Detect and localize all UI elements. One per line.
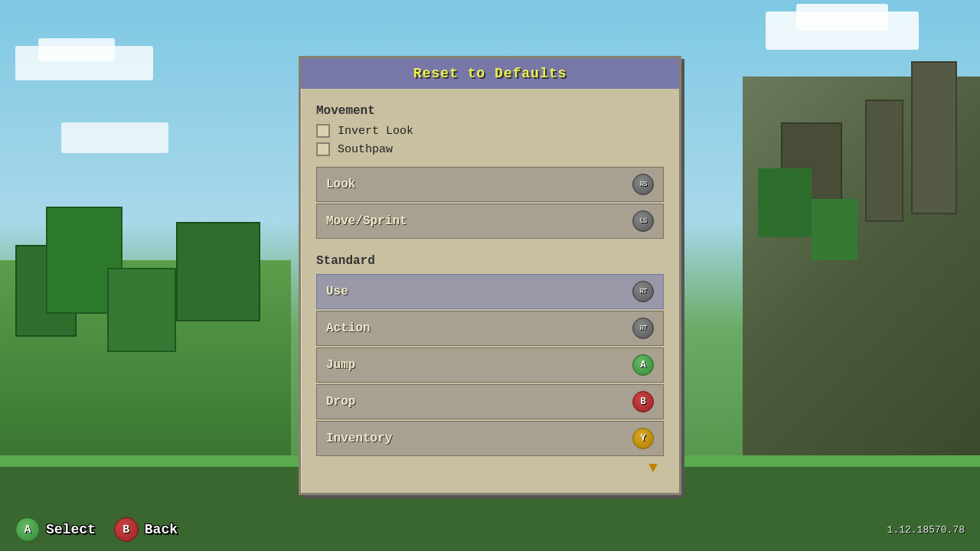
use-control-name: Use	[326, 285, 348, 298]
look-control-name: Look	[326, 178, 355, 191]
settings-dialog: Reset to Defaults Movement Invert Look S…	[299, 56, 681, 495]
back-label: Back	[145, 522, 178, 537]
dialog-title-text: Reset to Defaults	[413, 66, 567, 81]
drop-control-row[interactable]: Drop B	[316, 384, 664, 419]
cliff-tree-1	[758, 168, 812, 237]
back-circle-label: B	[122, 523, 129, 536]
inventory-button-label: Y	[640, 433, 645, 444]
scroll-down-arrow[interactable]: ▼	[648, 459, 658, 477]
cloud-3	[61, 122, 168, 153]
jump-control-name: Jump	[326, 358, 355, 372]
drop-button-label: B	[640, 396, 645, 407]
standard-section: Standard Use RT Action RT Jump A	[316, 254, 664, 456]
jump-control-row[interactable]: Jump A	[316, 347, 664, 383]
southpaw-checkbox[interactable]	[316, 142, 330, 156]
standard-section-label: Standard	[316, 254, 664, 268]
invert-look-label: Invert Look	[338, 125, 413, 138]
action-button-label: RT	[640, 324, 647, 332]
inventory-control-row[interactable]: Inventory Y	[316, 421, 664, 456]
cloud-1b	[796, 4, 888, 31]
dialog-title-bar[interactable]: Reset to Defaults	[301, 58, 679, 89]
select-label: Select	[46, 522, 96, 537]
use-control-row[interactable]: Use RT	[316, 274, 664, 309]
southpaw-row[interactable]: Southpaw	[316, 142, 664, 156]
action-control-name: Action	[326, 321, 371, 335]
scroll-arrow-container: ▼	[316, 458, 664, 478]
movement-section-label: Movement	[316, 104, 664, 118]
back-circle-icon: B	[114, 517, 139, 542]
tree-3	[107, 268, 176, 352]
look-button-label: RS	[640, 181, 647, 188]
look-button: RS	[632, 174, 654, 195]
southpaw-label: Southpaw	[338, 143, 393, 156]
select-bottom-btn[interactable]: A Select	[15, 517, 96, 542]
invert-look-checkbox[interactable]	[316, 124, 330, 138]
cliff-tree-2	[812, 199, 858, 260]
drop-button: B	[632, 391, 654, 412]
movement-section: Movement Invert Look Southpaw Look RS	[316, 104, 664, 239]
move-sprint-control-name: Move/Sprint	[326, 214, 407, 228]
jump-button: A	[632, 354, 654, 376]
castle-tower-1	[911, 61, 957, 214]
version-text: 1.12.18570.78	[887, 524, 965, 536]
drop-control-name: Drop	[326, 395, 355, 409]
use-button-label: RT	[640, 288, 647, 295]
select-circle-label: A	[24, 523, 31, 536]
use-button: RT	[632, 281, 654, 302]
invert-look-row[interactable]: Invert Look	[316, 124, 664, 138]
action-button: RT	[632, 318, 654, 339]
back-bottom-btn[interactable]: B Back	[114, 517, 178, 542]
dialog-body: Movement Invert Look Southpaw Look RS	[301, 89, 679, 493]
look-control-row[interactable]: Look RS	[316, 167, 664, 202]
move-sprint-button-label: LS	[640, 217, 647, 225]
jump-button-label: A	[640, 360, 645, 370]
move-sprint-button: LS	[632, 210, 654, 232]
move-sprint-control-row[interactable]: Move/Sprint LS	[316, 204, 664, 239]
castle-tower-2	[865, 99, 903, 222]
select-circle-icon: A	[15, 517, 40, 542]
tree-4	[176, 222, 260, 321]
inventory-button: Y	[632, 428, 654, 449]
bottom-controls-bar: A Select B Back	[0, 508, 980, 551]
cloud-2b	[38, 38, 115, 61]
action-control-row[interactable]: Action RT	[316, 311, 664, 346]
inventory-control-name: Inventory	[326, 432, 392, 445]
